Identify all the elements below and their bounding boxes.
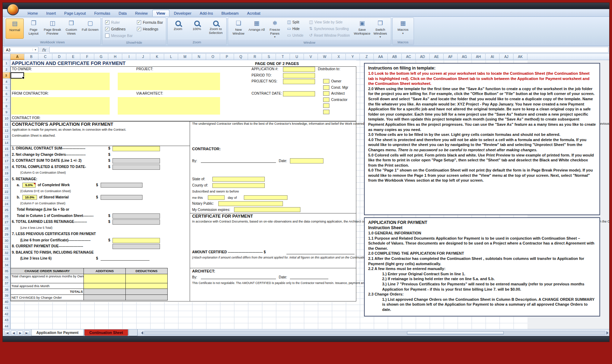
sheet-nav-button[interactable]: ▶ <box>17 330 23 335</box>
row-header[interactable]: 17 <box>3 158 10 164</box>
select-all-corner[interactable] <box>3 54 10 60</box>
column-header[interactable]: D <box>52 54 66 60</box>
project-address-input-block[interactable] <box>118 73 220 90</box>
co-net-formula-cell[interactable] <box>83 294 126 301</box>
show-hide-checkbox[interactable]: ✓ Message Bar <box>105 32 133 38</box>
column-header[interactable]: O <box>206 54 220 60</box>
formula-input[interactable] <box>49 47 609 53</box>
co-totals-formula-cell[interactable] <box>125 289 168 295</box>
row-header[interactable]: 33 <box>3 256 10 262</box>
selected-cell-a3[interactable] <box>10 72 24 79</box>
row-header[interactable]: 29 <box>3 231 10 238</box>
column-header[interactable]: AF <box>444 54 458 60</box>
show-hide-checkbox[interactable]: ✓ Ruler <box>105 19 133 25</box>
zoom-button[interactable]: Zoom <box>169 19 187 39</box>
column-header[interactable]: Q <box>234 54 248 60</box>
sheet-nav-button[interactable]: ◀ <box>11 330 16 335</box>
state-of-input-cell[interactable] <box>212 177 265 182</box>
column-header[interactable]: L <box>164 54 178 60</box>
row-header[interactable]: 7 <box>3 97 10 103</box>
column-header[interactable]: S <box>262 54 276 60</box>
window-small-button[interactable]: ◫ View Side by Side <box>308 19 351 25</box>
row-header[interactable]: 14 <box>3 140 10 146</box>
window-small-button[interactable]: ⇅ Synchronous Scrolling <box>308 26 351 31</box>
ribbon-tab[interactable]: Data <box>115 10 130 16</box>
row-header[interactable]: 19 <box>3 170 10 176</box>
scrollbar-track[interactable] <box>144 331 605 335</box>
row-header[interactable]: 20 <box>3 176 10 183</box>
workbook-view-button[interactable]: ❐ Page Layout <box>24 19 43 39</box>
distribution-checkbox[interactable] <box>323 110 329 114</box>
row-header[interactable]: 13 <box>3 133 10 140</box>
application-no-input-cell[interactable] <box>283 67 315 72</box>
scroll-right-icon[interactable] <box>606 331 609 335</box>
line5b-formula-cell[interactable] <box>101 195 143 200</box>
distribution-checkbox[interactable] <box>323 97 329 102</box>
row-header[interactable]: 18 <box>3 164 10 170</box>
sheet-tab[interactable]: Application for Payment <box>31 329 84 336</box>
row-header[interactable]: 41 <box>3 305 10 311</box>
column-header[interactable]: AH <box>472 54 486 60</box>
row-header[interactable]: 24 <box>3 201 10 207</box>
column-header[interactable]: AK <box>513 54 527 60</box>
row-header[interactable]: 28 <box>3 225 10 232</box>
retainage-stored-rate-cell[interactable]: 10.0% <box>22 195 37 200</box>
column-header[interactable]: C <box>38 54 52 60</box>
workbook-view-button[interactable]: ▢ Full Screen <box>81 19 99 39</box>
row-header[interactable]: 12 <box>3 128 10 134</box>
co-additions-input-cell[interactable] <box>83 283 126 289</box>
column-header[interactable]: H <box>108 54 122 60</box>
insert-sheet-tab[interactable] <box>129 329 138 336</box>
owner-address-input-block[interactable] <box>11 73 110 90</box>
column-header[interactable]: G <box>94 54 108 60</box>
line3-formula-cell[interactable] <box>112 158 160 163</box>
macros-button[interactable]: ▦ Macros ▼ <box>394 19 412 39</box>
name-box[interactable]: A3 ▼ <box>3 47 38 53</box>
row-header[interactable]: 9 <box>3 109 10 115</box>
ribbon-tab[interactable]: Page Layout <box>60 10 90 16</box>
row-header[interactable]: 27 <box>3 219 10 225</box>
window-small-button[interactable]: ▭ Unhide <box>286 32 305 38</box>
notary-input-cell[interactable] <box>218 201 283 206</box>
co-deductions-input-cell[interactable] <box>125 274 168 283</box>
show-hide-checkbox[interactable]: ✓ Formula Bar <box>137 19 163 25</box>
ribbon-tab[interactable]: Formulas <box>90 10 114 16</box>
column-header[interactable]: M <box>178 54 192 60</box>
sheet-nav-button[interactable]: |◀ <box>4 330 10 335</box>
project-nos-input-cell[interactable] <box>283 79 315 84</box>
row-header[interactable]: 42 <box>3 311 10 317</box>
column-header[interactable]: P <box>220 54 234 60</box>
line5a-formula-cell[interactable] <box>101 183 143 188</box>
scroll-left-icon[interactable] <box>141 331 143 335</box>
row-header[interactable]: 6 <box>3 91 10 97</box>
row-header[interactable]: 36 <box>3 274 10 281</box>
row-header[interactable]: 26 <box>3 213 10 219</box>
row-header[interactable]: 11 <box>3 121 10 128</box>
row-header[interactable]: 38 <box>3 286 10 293</box>
column-header[interactable]: K <box>150 54 164 60</box>
ribbon-tab[interactable]: Acrobat <box>243 10 264 16</box>
horizontal-scrollbar[interactable] <box>141 330 609 335</box>
column-header[interactable]: T <box>276 54 290 60</box>
column-header[interactable]: AE <box>430 54 444 60</box>
row-header[interactable]: 5 <box>3 85 10 91</box>
column-header[interactable]: Y <box>346 54 360 60</box>
co-additions-input-cell[interactable] <box>83 274 126 283</box>
zoom-button[interactable]: 100% <box>188 19 206 39</box>
line4-formula-cell[interactable] <box>112 165 160 170</box>
ribbon-tab[interactable]: Home <box>24 10 42 16</box>
ribbon-tab[interactable]: Developer <box>170 10 195 16</box>
row-header[interactable]: 31 <box>3 243 10 250</box>
ribbon-tab[interactable]: Add-Ins <box>196 10 217 16</box>
row-header[interactable]: 35 <box>3 268 10 274</box>
column-header[interactable]: AB <box>388 54 402 60</box>
column-header[interactable]: AD <box>416 54 430 60</box>
period-to-input-cell[interactable] <box>283 73 315 78</box>
column-header[interactable]: I <box>122 54 136 60</box>
date-input-cell[interactable] <box>290 158 323 163</box>
distribution-checkbox[interactable] <box>323 91 329 96</box>
column-header[interactable]: Z <box>360 54 374 60</box>
row-header[interactable]: 3 <box>3 72 10 79</box>
row-header[interactable]: 43 <box>3 317 10 323</box>
row-header[interactable]: 34 <box>3 262 10 268</box>
